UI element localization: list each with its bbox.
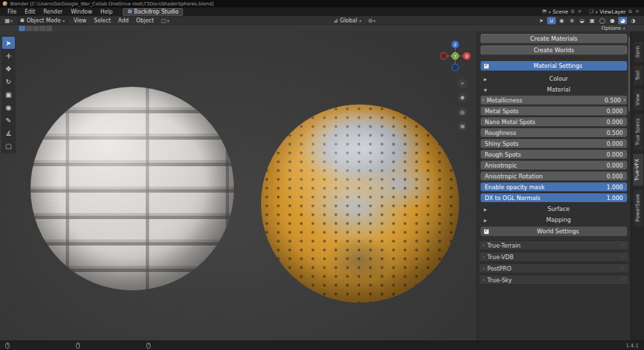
select-mode-button-subtract[interactable] bbox=[33, 26, 39, 31]
addon-panel-header[interactable]: › True-VDB ∷ bbox=[479, 252, 629, 262]
world-settings-header[interactable]: World Settings bbox=[481, 227, 627, 236]
tool-button-scale[interactable]: ▣ bbox=[2, 88, 15, 100]
workspace-tab[interactable]: ▤ Backdrop Studio bbox=[123, 8, 183, 16]
sidebar-tab[interactable]: PowerSave bbox=[633, 189, 644, 227]
menu-add[interactable]: Add bbox=[115, 18, 132, 24]
nav-tool-button-pan[interactable]: ✥ bbox=[458, 93, 467, 102]
gizmo-z-axis[interactable]: Z bbox=[451, 41, 459, 48]
surface-section-header[interactable]: ▶ Surface bbox=[481, 204, 627, 214]
header-icon-snapping-magnet-icon[interactable]: ∪ bbox=[547, 17, 556, 24]
slider-label: Metallicness bbox=[487, 97, 605, 104]
slider-row[interactable]: Rough Spots 0.000 bbox=[481, 150, 627, 159]
material-section-header[interactable]: ▼ Material bbox=[481, 85, 627, 94]
pivot-icon: ⊙ bbox=[368, 18, 373, 24]
mode-label: Object Mode bbox=[26, 18, 60, 24]
mode-dropdown[interactable]: ▣ Object Mode ▾ bbox=[17, 17, 68, 24]
new-viewlayer-button[interactable]: ⧉ bbox=[628, 9, 632, 14]
tool-button-add-cube[interactable]: ▢ bbox=[2, 140, 15, 152]
create-materials-button[interactable]: Create Materials bbox=[481, 34, 627, 43]
menu-view[interactable]: View bbox=[71, 18, 90, 24]
gizmo-x-axis[interactable]: X bbox=[463, 52, 470, 60]
viewport-3d[interactable]: ➤ ✛ ✥ ↻ ▣ ◉ ✎ ∡ ▢ bbox=[0, 31, 477, 341]
slider-row[interactable]: Metallicness 0.500 bbox=[481, 96, 627, 104]
unlink-scene-button[interactable]: ✕ bbox=[577, 9, 582, 14]
scene-selector[interactable]: ⬒ ▾ Scene ⧉ ✕ bbox=[542, 9, 582, 15]
checkbox-icon[interactable] bbox=[484, 229, 489, 234]
menu-edit[interactable]: Edit bbox=[21, 9, 39, 15]
select-mode-button-extend[interactable] bbox=[26, 26, 32, 31]
header-icon-proportional-editing-icon[interactable]: ◉ bbox=[557, 17, 566, 24]
create-worlds-button[interactable]: Create Worlds bbox=[481, 45, 627, 55]
nav-tool-button-zoom[interactable]: ⌕ bbox=[458, 79, 467, 88]
header-icon-shading-solid-icon[interactable]: ● bbox=[608, 17, 617, 24]
slider-row[interactable]: Anisotropic Rotation 0.000 bbox=[481, 172, 627, 180]
metal-sphere[interactable] bbox=[261, 104, 459, 303]
tool-button-transform[interactable]: ◉ bbox=[2, 101, 15, 113]
addon-panel-header[interactable]: › True-Terrain ∷ bbox=[479, 240, 629, 250]
menu-object[interactable]: Object bbox=[133, 18, 157, 24]
header-icon-shading-material-icon[interactable]: ◕ bbox=[618, 17, 627, 24]
drag-handle-icon[interactable]: ∷ bbox=[622, 243, 625, 248]
new-scene-button[interactable]: ⧉ bbox=[570, 9, 575, 14]
chevron-right-icon: › bbox=[483, 254, 485, 260]
mapping-section-header[interactable]: ▶ Mapping bbox=[481, 215, 627, 225]
slider-row[interactable]: DX to OGL Normals 1.000 bbox=[481, 193, 627, 202]
chevron-down-icon: ▾ bbox=[548, 9, 550, 14]
checkbox-icon[interactable] bbox=[484, 64, 489, 69]
sidebar-tab[interactable]: True Specs bbox=[633, 113, 644, 151]
navigation-gizmo[interactable]: Z X Y bbox=[440, 41, 471, 72]
select-mode-button-invert[interactable] bbox=[39, 26, 45, 31]
brick-sphere[interactable] bbox=[31, 87, 234, 290]
pivot-point-dropdown[interactable]: ⊙ ▾ bbox=[366, 18, 378, 24]
slider-row[interactable]: Enable opacity mask 1.000 bbox=[481, 182, 627, 191]
sidebar-tab[interactable]: True-VFX bbox=[633, 153, 644, 187]
tool-button-measure[interactable]: ∡ bbox=[2, 127, 15, 139]
drag-handle-icon[interactable]: ∷ bbox=[622, 266, 625, 271]
transform-orientation-dropdown[interactable]: ⊿ Global ▾ bbox=[331, 18, 364, 24]
viewlayer-selector[interactable]: ❏ ▾ ViewLayer ⧉ ✕ bbox=[589, 9, 640, 15]
drag-handle-icon[interactable]: ∷ bbox=[622, 277, 625, 283]
slider-row[interactable]: Anisotropic 0.000 bbox=[481, 161, 627, 170]
tool-button-annotate[interactable]: ✎ bbox=[2, 114, 15, 126]
material-settings-header[interactable]: Material Settings bbox=[481, 61, 627, 71]
sidebar-tab[interactable]: View bbox=[633, 88, 644, 111]
panel-scrollbar[interactable] bbox=[628, 37, 630, 111]
slider-row[interactable]: Shiny Spots 0.000 bbox=[481, 139, 627, 148]
workspace-tab-label: Backdrop Studio bbox=[134, 9, 179, 15]
gizmo-neg-z-axis[interactable] bbox=[451, 64, 459, 71]
slider-row[interactable]: Nano Metal Spots 0.000 bbox=[481, 117, 627, 126]
active-tool-dropdown[interactable]: ▢ ▾ bbox=[159, 18, 172, 24]
editor-type-dropdown[interactable]: ▦ ▾ bbox=[3, 18, 15, 24]
gizmo-neg-x-axis[interactable] bbox=[440, 52, 447, 60]
header-icon-shading-rendered-icon[interactable]: ◑ bbox=[628, 17, 637, 24]
nav-tool-button-toggle-ortho[interactable]: ⊞ bbox=[458, 121, 467, 131]
menu-file[interactable]: File bbox=[4, 9, 20, 15]
slider-row[interactable]: Roughness 0.500 bbox=[481, 128, 627, 137]
menu-select[interactable]: Select bbox=[91, 18, 115, 24]
addon-panel-header[interactable]: › True-Sky ∷ bbox=[479, 275, 629, 285]
remove-viewlayer-button[interactable]: ✕ bbox=[635, 9, 640, 14]
gizmo-y-axis[interactable]: Y bbox=[451, 52, 459, 60]
colour-section-header[interactable]: ▶ Colour bbox=[481, 74, 627, 83]
tool-button-move[interactable]: ✥ bbox=[2, 62, 15, 75]
addon-panel-header[interactable]: › PostPRO ∷ bbox=[479, 263, 629, 273]
tool-button-select-box[interactable]: ➤ bbox=[2, 37, 15, 49]
menu-help[interactable]: Help bbox=[97, 9, 116, 15]
header-icon-show-gizmo-icon[interactable]: ⊕ bbox=[567, 17, 576, 24]
nav-tool-button-camera-view[interactable]: ◎ bbox=[458, 107, 467, 117]
tool-button-rotate[interactable]: ↻ bbox=[2, 75, 15, 88]
header-icon-show-overlays-icon[interactable]: ◒ bbox=[578, 17, 586, 24]
header-icon-shading-wireframe-icon[interactable]: ◯ bbox=[598, 17, 607, 24]
select-mode-button-set[interactable] bbox=[19, 26, 25, 31]
drag-handle-icon[interactable]: ∷ bbox=[622, 254, 625, 260]
tool-button-cursor[interactable]: ✛ bbox=[2, 50, 15, 62]
select-mode-button-intersect[interactable] bbox=[46, 26, 52, 31]
menu-render[interactable]: Render bbox=[40, 9, 66, 15]
header-icon-toggle-xray-icon[interactable]: ▣ bbox=[588, 17, 597, 24]
slider-row[interactable]: Metal Spots 0.000 bbox=[481, 106, 627, 115]
options-dropdown[interactable]: Options ▾ bbox=[601, 25, 625, 31]
sidebar-tab[interactable]: Tool bbox=[633, 65, 644, 86]
header-icon-select-mouse-icon[interactable]: ➤ bbox=[537, 17, 546, 24]
sidebar-tab[interactable]: Item bbox=[633, 41, 644, 63]
menu-window[interactable]: Window bbox=[67, 9, 96, 15]
